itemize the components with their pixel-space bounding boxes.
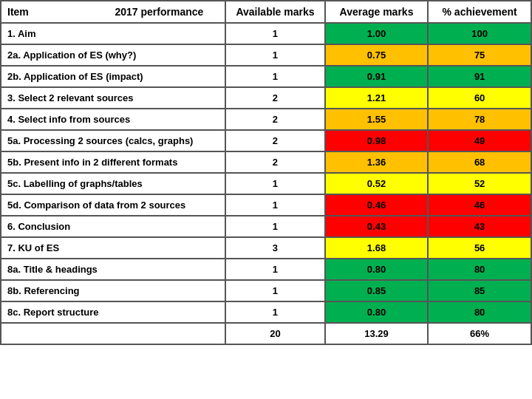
row-average: 0.85 — [325, 280, 429, 301]
total-pct: 66% — [428, 323, 531, 344]
row-pct: 80 — [428, 259, 531, 280]
table-row: 8b. Referencing10.8585 — [1, 280, 531, 301]
row-item: 5d. Comparison of data from 2 sources — [1, 194, 225, 216]
table-header: Item 2017 performance Available marks Av… — [1, 1, 531, 23]
row-available: 1 — [225, 301, 325, 323]
row-item: 3. Select 2 relevant sources — [1, 87, 225, 109]
row-average: 0.43 — [325, 216, 429, 237]
row-available: 1 — [225, 259, 325, 280]
row-item: 2b. Application of ES (impact) — [1, 66, 225, 87]
table-row: 7. KU of ES31.6856 — [1, 237, 531, 259]
row-average: 1.00 — [325, 23, 429, 44]
row-average: 1.21 — [325, 87, 429, 109]
row-item: 5b. Present info in 2 different formats — [1, 151, 225, 173]
header-available: Available marks — [225, 1, 325, 23]
header-pct: % achievement — [428, 1, 531, 23]
row-average: 0.75 — [325, 44, 429, 66]
row-average: 0.52 — [325, 173, 429, 194]
total-row: 20 13.29 66% — [1, 323, 531, 344]
row-available: 2 — [225, 130, 325, 151]
total-available: 20 — [225, 323, 325, 344]
row-item: 4. Select info from sources — [1, 109, 225, 130]
row-pct: 100 — [428, 23, 531, 44]
table-row: 5a. Processing 2 sources (calcs, graphs)… — [1, 130, 531, 151]
row-pct: 46 — [428, 194, 531, 216]
table-row: 3. Select 2 relevant sources21.2160 — [1, 87, 531, 109]
row-average: 0.80 — [325, 259, 429, 280]
row-available: 2 — [225, 109, 325, 130]
row-available: 1 — [225, 280, 325, 301]
table-body: 1. Aim11.001002a. Application of ES (why… — [1, 23, 531, 323]
row-average: 1.55 — [325, 109, 429, 130]
row-item: 7. KU of ES — [1, 237, 225, 259]
table-row: 8a. Title & headings10.8080 — [1, 259, 531, 280]
table-row: 5c. Labelling of graphs/tables10.5252 — [1, 173, 531, 194]
row-pct: 56 — [428, 237, 531, 259]
row-average: 0.91 — [325, 66, 429, 87]
row-item: 1. Aim — [1, 23, 225, 44]
header-item: Item 2017 performance — [1, 1, 225, 23]
row-pct: 49 — [428, 130, 531, 151]
row-item: 8c. Report structure — [1, 301, 225, 323]
row-pct: 60 — [428, 87, 531, 109]
row-available: 1 — [225, 23, 325, 44]
table-row: 4. Select info from sources21.5578 — [1, 109, 531, 130]
row-available: 1 — [225, 194, 325, 216]
row-average: 0.46 — [325, 194, 429, 216]
row-pct: 43 — [428, 216, 531, 237]
row-available: 2 — [225, 87, 325, 109]
row-available: 1 — [225, 216, 325, 237]
row-pct: 91 — [428, 66, 531, 87]
row-available: 2 — [225, 151, 325, 173]
row-item: 5c. Labelling of graphs/tables — [1, 173, 225, 194]
row-average: 0.98 — [325, 130, 429, 151]
row-available: 1 — [225, 66, 325, 87]
total-average: 13.29 — [325, 323, 429, 344]
table-row: 8c. Report structure10.8080 — [1, 301, 531, 323]
table-row: 2b. Application of ES (impact)10.9191 — [1, 66, 531, 87]
row-pct: 52 — [428, 173, 531, 194]
table-row: 1. Aim11.00100 — [1, 23, 531, 44]
table-row: 5d. Comparison of data from 2 sources10.… — [1, 194, 531, 216]
row-average: 1.36 — [325, 151, 429, 173]
row-pct: 78 — [428, 109, 531, 130]
row-pct: 75 — [428, 44, 531, 66]
row-pct: 85 — [428, 280, 531, 301]
row-available: 3 — [225, 237, 325, 259]
row-item: 5a. Processing 2 sources (calcs, graphs) — [1, 130, 225, 151]
row-pct: 80 — [428, 301, 531, 323]
table-row: 5b. Present info in 2 different formats2… — [1, 151, 531, 173]
row-item: 8b. Referencing — [1, 280, 225, 301]
row-item: 6. Conclusion — [1, 216, 225, 237]
row-pct: 68 — [428, 151, 531, 173]
row-average: 0.80 — [325, 301, 429, 323]
table-row: 2a. Application of ES (why?)10.7575 — [1, 44, 531, 66]
row-available: 1 — [225, 44, 325, 66]
row-available: 1 — [225, 173, 325, 194]
row-item: 8a. Title & headings — [1, 259, 225, 280]
header-average: Average marks — [325, 1, 429, 23]
table-row: 6. Conclusion10.4343 — [1, 216, 531, 237]
row-average: 1.68 — [325, 237, 429, 259]
total-label — [1, 323, 225, 344]
row-item: 2a. Application of ES (why?) — [1, 44, 225, 66]
performance-table: Item 2017 performance Available marks Av… — [0, 0, 532, 345]
